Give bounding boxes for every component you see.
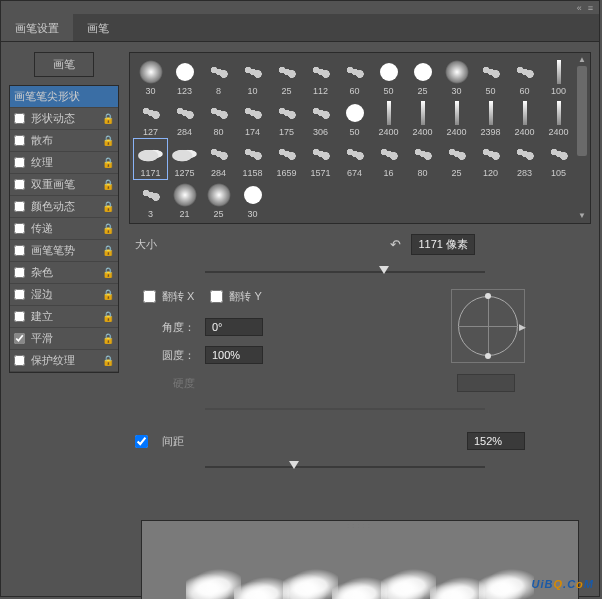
lock-icon[interactable]: 🔒 xyxy=(102,245,114,256)
brush-swatch[interactable]: 3 xyxy=(134,180,167,220)
lock-icon[interactable]: 🔒 xyxy=(102,201,114,212)
brush-swatch[interactable]: 2400 xyxy=(372,98,405,138)
opt-checkbox[interactable] xyxy=(14,113,25,124)
brush-swatch[interactable]: 2400 xyxy=(508,98,541,138)
brush-swatch[interactable]: 2400 xyxy=(542,98,575,138)
brush-swatch[interactable]: 60 xyxy=(338,57,371,97)
scroll-down-icon[interactable]: ▼ xyxy=(575,210,589,222)
brush-swatch[interactable]: 50 xyxy=(372,57,405,97)
lock-icon[interactable]: 🔒 xyxy=(102,157,114,168)
opt-checkbox[interactable] xyxy=(14,311,25,322)
brush-swatch[interactable]: 25 xyxy=(270,57,303,97)
opt-1[interactable]: 散布🔒 xyxy=(10,130,118,152)
brush-swatch[interactable]: 100 xyxy=(542,57,575,97)
brush-swatch[interactable]: 60 xyxy=(508,57,541,97)
brush-swatch[interactable]: 284 xyxy=(202,139,235,179)
scrollbar-thumb[interactable] xyxy=(577,66,587,156)
spacing-checkbox[interactable] xyxy=(135,435,148,448)
brush-swatch[interactable]: 21 xyxy=(168,180,201,220)
angle-roundness-control[interactable]: ▶ xyxy=(451,289,525,363)
opt-3[interactable]: 双重画笔🔒 xyxy=(10,174,118,196)
lock-icon[interactable]: 🔒 xyxy=(102,223,114,234)
roundness-field[interactable]: 100% xyxy=(205,346,263,364)
brush-swatch[interactable]: 10 xyxy=(236,57,269,97)
opt-checkbox[interactable] xyxy=(14,267,25,278)
brush-swatch[interactable]: 30 xyxy=(236,180,269,220)
opt-checkbox[interactable] xyxy=(14,333,25,344)
spacing-slider[interactable] xyxy=(205,460,485,474)
flip-x-checkbox[interactable] xyxy=(143,290,156,303)
brush-swatch[interactable]: 50 xyxy=(338,98,371,138)
brush-swatch[interactable]: 105 xyxy=(542,139,575,179)
lock-icon[interactable]: 🔒 xyxy=(102,289,114,300)
brush-swatch[interactable]: 306 xyxy=(304,98,337,138)
collapse-icon[interactable]: « xyxy=(577,3,582,13)
size-slider[interactable] xyxy=(205,265,485,279)
brush-swatch[interactable]: 175 xyxy=(270,98,303,138)
brush-swatch[interactable]: 284 xyxy=(168,98,201,138)
lock-icon[interactable]: 🔒 xyxy=(102,267,114,278)
brush-swatch[interactable]: 127 xyxy=(134,98,167,138)
brush-swatch[interactable]: 2400 xyxy=(440,98,473,138)
lock-icon[interactable]: 🔒 xyxy=(102,355,114,366)
opt-checkbox[interactable] xyxy=(14,355,25,366)
scroll-up-icon[interactable]: ▲ xyxy=(575,54,589,66)
lock-icon[interactable]: 🔒 xyxy=(102,333,114,344)
brush-swatch[interactable]: 174 xyxy=(236,98,269,138)
opt-9[interactable]: 建立🔒 xyxy=(10,306,118,328)
brush-swatch[interactable]: 2398 xyxy=(474,98,507,138)
opt-10[interactable]: 平滑🔒 xyxy=(10,328,118,350)
opt-11[interactable]: 保护纹理🔒 xyxy=(10,350,118,372)
opt-checkbox[interactable] xyxy=(14,179,25,190)
brush-swatch[interactable]: 1275 xyxy=(168,139,201,179)
opt-checkbox[interactable] xyxy=(14,157,25,168)
preview-drag-handle[interactable]: ::::: xyxy=(142,521,578,527)
grid-scrollbar[interactable]: ▲ ▼ xyxy=(575,54,589,222)
opt-5[interactable]: 传递🔒 xyxy=(10,218,118,240)
opt-2[interactable]: 纹理🔒 xyxy=(10,152,118,174)
opt-6[interactable]: 画笔笔势🔒 xyxy=(10,240,118,262)
brush-swatch[interactable]: 8 xyxy=(202,57,235,97)
brush-swatch[interactable]: 50 xyxy=(474,57,507,97)
brush-swatch[interactable]: 1158 xyxy=(236,139,269,179)
opt-checkbox[interactable] xyxy=(14,201,25,212)
opt-checkbox[interactable] xyxy=(14,135,25,146)
brushes-button[interactable]: 画笔 xyxy=(34,52,94,77)
reset-size-icon[interactable]: ↶ xyxy=(390,237,401,252)
brush-swatch[interactable]: 674 xyxy=(338,139,371,179)
brush-swatch[interactable]: 1571 xyxy=(304,139,337,179)
opt-checkbox[interactable] xyxy=(14,245,25,256)
lock-icon[interactable]: 🔒 xyxy=(102,135,114,146)
brush-swatch[interactable]: 123 xyxy=(168,57,201,97)
brush-swatch[interactable]: 283 xyxy=(508,139,541,179)
opt-checkbox[interactable] xyxy=(14,289,25,300)
opt-7[interactable]: 杂色🔒 xyxy=(10,262,118,284)
lock-icon[interactable]: 🔒 xyxy=(102,179,114,190)
opt-0[interactable]: 形状动态🔒 xyxy=(10,108,118,130)
brush-swatch[interactable]: 112 xyxy=(304,57,337,97)
brush-swatch[interactable]: 25 xyxy=(406,57,439,97)
brush-swatch[interactable]: 25 xyxy=(440,139,473,179)
tab-brush-settings[interactable]: 画笔设置 xyxy=(1,14,73,41)
tab-brushes[interactable]: 画笔 xyxy=(73,14,123,41)
opt-8[interactable]: 湿边🔒 xyxy=(10,284,118,306)
brush-swatch[interactable]: 30 xyxy=(134,57,167,97)
opt-checkbox[interactable] xyxy=(14,223,25,234)
brush-swatch[interactable]: 1171 xyxy=(134,139,167,179)
size-field[interactable]: 1171 像素 xyxy=(411,234,475,255)
brush-swatch[interactable]: 25 xyxy=(202,180,235,220)
angle-field[interactable]: 0° xyxy=(205,318,263,336)
opt-brush-tip-shape[interactable]: 画笔笔尖形状 xyxy=(10,86,118,108)
brush-swatch[interactable]: 120 xyxy=(474,139,507,179)
panel-menu-icon[interactable]: ≡ xyxy=(588,3,593,13)
spacing-field[interactable]: 152% xyxy=(467,432,525,450)
lock-icon[interactable]: 🔒 xyxy=(102,113,114,124)
brush-swatch[interactable]: 30 xyxy=(440,57,473,97)
brush-swatch[interactable]: 16 xyxy=(372,139,405,179)
lock-icon[interactable]: 🔒 xyxy=(102,311,114,322)
brush-swatch[interactable]: 1659 xyxy=(270,139,303,179)
brush-swatch[interactable]: 80 xyxy=(406,139,439,179)
flip-y-checkbox[interactable] xyxy=(210,290,223,303)
brush-swatch[interactable]: 2400 xyxy=(406,98,439,138)
opt-4[interactable]: 颜色动态🔒 xyxy=(10,196,118,218)
